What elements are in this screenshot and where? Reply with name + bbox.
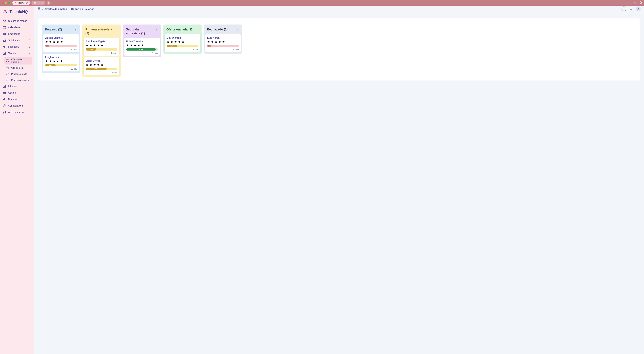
star-icon bbox=[86, 44, 88, 47]
breadcrumb-separator: › bbox=[69, 8, 70, 10]
column-menu-button[interactable] bbox=[236, 28, 239, 32]
avatar[interactable]: A bbox=[636, 7, 640, 11]
kanban-column-rechazado: Rechazado (1) Luis Korea 0% 26 nov bbox=[204, 25, 242, 54]
star-icon bbox=[49, 60, 52, 63]
star-rating[interactable] bbox=[45, 60, 77, 63]
candidate-card[interactable]: Leigh Abshire 33% 26 nov bbox=[43, 54, 79, 72]
more-actions-button[interactable] bbox=[622, 7, 626, 11]
sidebar-item-reports[interactable]: Informes bbox=[1, 83, 33, 89]
star-icon bbox=[182, 41, 184, 43]
progress-bar: 33% bbox=[167, 45, 198, 47]
sidebar-item-requests[interactable]: Solicitudes bbox=[1, 37, 33, 43]
cloud-sync-icon[interactable] bbox=[634, 1, 637, 5]
sidebar-item-offboarding[interactable]: Proceso de salida bbox=[4, 77, 32, 83]
logo-icon bbox=[15, 2, 17, 4]
column-menu-button[interactable] bbox=[154, 28, 158, 32]
content: › Ofertas de empleo › Soporte a usuarios… bbox=[34, 6, 644, 354]
candidate-card[interactable]: Antoinette Vigata 33% 26 nov bbox=[84, 38, 120, 56]
star-rating[interactable] bbox=[126, 44, 158, 47]
browser-tab[interactable]: RRHH bbox=[32, 1, 46, 5]
notifications-button[interactable] bbox=[629, 7, 633, 11]
sidebar-item-settings[interactable]: Configuración bbox=[1, 103, 33, 109]
progress-label: 93% bbox=[139, 49, 142, 50]
sidebar-item-onboarding[interactable]: Proceso de alta bbox=[4, 71, 32, 77]
breadcrumb-root-icon[interactable] bbox=[38, 7, 40, 11]
sidebar-item-complaints[interactable]: Denuncias bbox=[1, 96, 33, 102]
board-scroll[interactable]: Registro (2) Adrian Schmitz 0% 26 nov Le… bbox=[34, 12, 644, 354]
progress-bar: 33% bbox=[86, 48, 117, 51]
star-icon bbox=[56, 41, 59, 43]
brand-logo-icon bbox=[2, 9, 8, 15]
candidate-name: Noble Turcotte bbox=[126, 40, 158, 43]
star-rating[interactable] bbox=[86, 44, 117, 47]
sidebar-item-label: Ofertas de empleo bbox=[11, 58, 30, 63]
candidate-card[interactable]: Olaf Olafson 33% 26 nov bbox=[165, 34, 200, 52]
sidebar-item-feedback[interactable]: Feedback bbox=[1, 44, 33, 50]
new-tab-button[interactable] bbox=[46, 1, 51, 5]
star-icon bbox=[90, 44, 92, 47]
star-rating[interactable] bbox=[86, 64, 117, 66]
megaphone-icon bbox=[3, 98, 6, 101]
card-date: 26 nov bbox=[207, 48, 239, 51]
star-icon bbox=[93, 64, 96, 66]
sidebar-item-job-offers[interactable]: Ofertas de empleo bbox=[4, 57, 32, 65]
grid-icon bbox=[3, 111, 6, 114]
star-icon bbox=[60, 41, 63, 43]
star-icon bbox=[141, 44, 144, 47]
sidebar-item-label: Configuración bbox=[8, 104, 23, 107]
window-close-button[interactable] bbox=[2, 2, 4, 4]
trash-icon[interactable] bbox=[639, 1, 642, 5]
home-icon bbox=[3, 19, 6, 23]
card-date: 26 nov bbox=[167, 48, 198, 51]
star-icon bbox=[90, 64, 92, 66]
progress-label: 33% bbox=[49, 64, 52, 66]
sidebar-item-label: Feedback bbox=[8, 46, 18, 48]
star-icon bbox=[101, 44, 104, 47]
star-rating[interactable] bbox=[207, 41, 239, 43]
column-title: Segunda entrevista (1) bbox=[126, 28, 153, 35]
star-icon bbox=[218, 41, 221, 43]
column-menu-button[interactable] bbox=[114, 28, 118, 32]
sidebar-item-candidates[interactable]: Candidatos bbox=[4, 65, 32, 71]
sidebar-item-expenses[interactable]: Gastos bbox=[1, 90, 33, 96]
brand-name: TalentoHQ bbox=[10, 10, 28, 14]
star-icon bbox=[86, 64, 88, 66]
candidate-card[interactable]: Luis Korea 0% 26 nov bbox=[205, 34, 241, 52]
kanban-column-registro: Registro (2) Adrian Schmitz 0% 26 nov Le… bbox=[42, 25, 80, 73]
sidebar-item-user-area[interactable]: Área de usuario bbox=[1, 109, 33, 115]
sidebar-item-dashboard[interactable]: Cuadro de mando bbox=[1, 18, 33, 24]
brand[interactable]: TalentoHQ bbox=[0, 7, 34, 18]
sidebar-item-label: Talento bbox=[8, 52, 16, 55]
column-menu-button[interactable] bbox=[195, 28, 199, 32]
sidebar-item-label: Candidatos bbox=[11, 67, 23, 69]
candidate-name: Elena Ortega bbox=[86, 59, 117, 62]
star-icon bbox=[174, 41, 177, 43]
candidate-card[interactable]: Adrian Schmitz 0% 26 nov bbox=[43, 34, 79, 52]
candidate-card[interactable]: Noble Turcotte 93% 26 nov bbox=[124, 38, 160, 56]
progress-label: 66% bbox=[94, 68, 98, 70]
sidebar-item-talent[interactable]: Talento bbox=[1, 50, 33, 56]
briefcase-icon bbox=[34, 2, 36, 4]
candidate-card[interactable]: Elena Ortega 66% 26 nov bbox=[84, 57, 120, 75]
breadcrumb-item[interactable]: Soporte a usuarios bbox=[71, 8, 94, 10]
star-rating[interactable] bbox=[167, 41, 198, 43]
column-title: Primera entrevista (2) bbox=[86, 28, 112, 35]
star-rating[interactable] bbox=[45, 41, 77, 43]
sidebar-item-employees[interactable]: Empleados bbox=[1, 31, 33, 37]
inbox-icon bbox=[3, 39, 6, 42]
window-minimize-button[interactable] bbox=[5, 2, 7, 4]
star-icon bbox=[170, 41, 173, 43]
sidebar-item-calendar[interactable]: Calendario bbox=[1, 24, 33, 31]
browser-tab[interactable]: TalentoHQ bbox=[12, 1, 30, 5]
titlebar: TalentoHQRRHH bbox=[0, 0, 644, 6]
column-title: Rechazado (1) bbox=[207, 28, 234, 32]
star-icon bbox=[53, 41, 56, 43]
column-menu-button[interactable] bbox=[74, 28, 77, 32]
breadcrumb-item[interactable]: Ofertas de empleo bbox=[45, 8, 67, 10]
window-maximize-button[interactable] bbox=[8, 2, 10, 4]
star-icon bbox=[167, 41, 170, 43]
breadcrumb-separator: › bbox=[42, 8, 43, 10]
star-icon bbox=[93, 44, 96, 47]
candidate-name: Adrian Schmitz bbox=[45, 37, 77, 39]
progress-bar: 93% bbox=[126, 48, 158, 51]
